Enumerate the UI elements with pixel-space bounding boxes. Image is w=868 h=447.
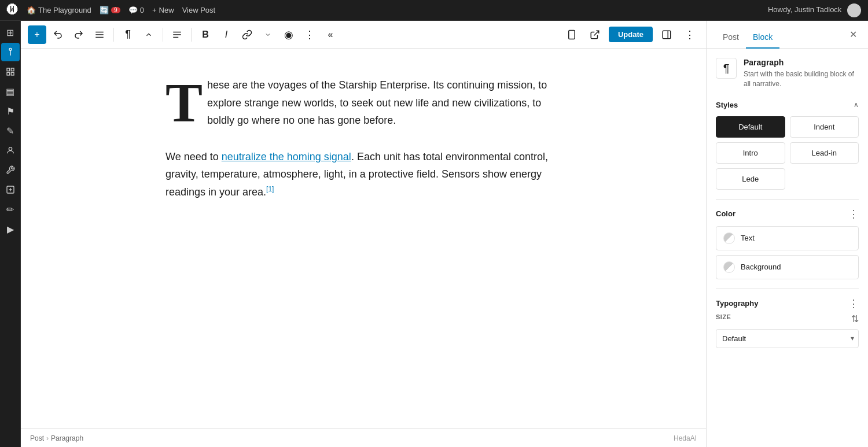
divider-2 xyxy=(716,289,859,289)
size-select-wrapper: Default Small Medium Large X-Large ▾ xyxy=(716,329,859,348)
link-button[interactable] xyxy=(238,25,256,44)
style-leadin-button[interactable]: Lead-in xyxy=(790,142,859,164)
tab-post[interactable]: Post xyxy=(716,27,746,49)
panel-close-button[interactable]: ✕ xyxy=(845,27,861,43)
color-section: Color ⋮ Text Background xyxy=(716,209,859,279)
style-indent-button[interactable]: Indent xyxy=(790,116,859,138)
typography-section: Typography ⋮ SIZE ⇅ Default Small Medium… xyxy=(716,298,859,348)
style-intro-button[interactable]: Intro xyxy=(716,142,785,164)
size-header: SIZE ⇅ xyxy=(716,313,859,324)
block-title: Paragraph xyxy=(744,58,859,67)
add-block-button[interactable]: + xyxy=(28,25,46,44)
sidebar-item-tools[interactable] xyxy=(1,161,20,179)
styles-section: Styles ∧ Default Indent Intro Lead-in Le… xyxy=(716,101,859,190)
background-color-item[interactable]: Background xyxy=(716,255,859,279)
block-info-text: Paragraph Start with the basic building … xyxy=(744,58,859,89)
divider-1 xyxy=(716,199,859,200)
bold-button[interactable]: B xyxy=(196,25,215,44)
main-layout: ⊞ ▤ ⚑ ✎ ✏ ▶ + xyxy=(0,21,868,447)
admin-bar: 🅦 🏠 The Playground 🔄 9 💬 0 + New View Po… xyxy=(0,0,868,21)
updates-link[interactable]: 🔄 9 xyxy=(100,6,120,14)
size-select[interactable]: Default Small Medium Large X-Large xyxy=(716,329,859,348)
panel-tabs: Post Block ✕ xyxy=(707,21,868,49)
drop-cap-paragraph[interactable]: T hese are the voyages of the Starship E… xyxy=(165,76,561,130)
block-info: ¶ Paragraph Start with the basic buildin… xyxy=(716,58,859,89)
undo-button[interactable] xyxy=(49,25,67,44)
editor-content[interactable]: T hese are the voyages of the Starship E… xyxy=(21,49,706,428)
sidebar-item-pin[interactable] xyxy=(1,43,20,61)
italic-button[interactable]: I xyxy=(217,25,236,44)
block-icon: ¶ xyxy=(716,58,737,79)
list-view-button[interactable] xyxy=(90,25,109,44)
sidebar-item-flag[interactable]: ⚑ xyxy=(1,102,20,120)
svg-point-6 xyxy=(9,147,12,150)
view-mobile-button[interactable] xyxy=(562,25,581,44)
color-button[interactable]: ◉ xyxy=(279,25,298,44)
wp-logo[interactable]: 🅦 xyxy=(7,3,19,17)
footnote-ref[interactable]: [1] xyxy=(266,185,274,193)
user-avatar xyxy=(847,3,861,17)
updates-icon: 🔄 xyxy=(100,6,109,14)
sidebar-item-blocks[interactable] xyxy=(1,62,20,81)
svg-rect-4 xyxy=(7,72,10,75)
panel-content: ¶ Paragraph Start with the basic buildin… xyxy=(707,49,868,447)
style-default-button[interactable]: Default xyxy=(716,116,785,138)
homing-signal-link[interactable]: neutralize the homing signal xyxy=(222,151,351,162)
paragraph2-before: We need to xyxy=(165,151,222,162)
svg-point-0 xyxy=(9,48,12,50)
admin-bar-left: 🅦 🏠 The Playground 🔄 9 💬 0 + New View Po… xyxy=(7,3,215,17)
align-button[interactable] xyxy=(168,25,186,44)
plus-icon: + xyxy=(152,6,157,14)
sidebar-item-plugins[interactable] xyxy=(1,180,20,199)
styles-title: Styles xyxy=(716,101,738,109)
sidebar-item-edit[interactable]: ✏ xyxy=(1,200,20,219)
sidebar-item-user[interactable] xyxy=(1,141,20,160)
color-title: Color xyxy=(716,209,735,218)
comments-link[interactable]: 💬 0 xyxy=(128,6,144,14)
size-adjust-icon[interactable]: ⇅ xyxy=(851,313,859,324)
more-options-button[interactable]: ⋮ xyxy=(300,25,319,44)
breadcrumb-post[interactable]: Post xyxy=(30,434,44,442)
redo-button[interactable] xyxy=(69,25,88,44)
status-bar: Post › Paragraph HedaAI xyxy=(21,428,706,447)
drop-cap-letter: T xyxy=(165,81,203,125)
color-more-button[interactable]: ⋮ xyxy=(848,209,859,219)
typography-header: Typography ⋮ xyxy=(716,298,859,309)
text-color-item[interactable]: Text xyxy=(716,226,859,250)
style-lede-button[interactable]: Lede xyxy=(716,168,785,190)
tab-block[interactable]: Block xyxy=(746,27,779,49)
sidebar-item-play[interactable]: ▶ xyxy=(1,220,20,238)
view-post-link[interactable]: View Post xyxy=(182,6,216,14)
more-rich-button[interactable] xyxy=(259,25,277,44)
size-label: SIZE xyxy=(716,313,731,320)
svg-rect-3 xyxy=(11,68,14,71)
update-button[interactable]: Update xyxy=(609,27,653,42)
toggle-sidebar-button[interactable] xyxy=(657,25,676,44)
new-content-link[interactable]: + New xyxy=(152,6,174,14)
preview-button[interactable] xyxy=(586,25,604,44)
paragraph1-text: hese are the voyages of the Starship Ent… xyxy=(207,79,547,126)
sidebar-item-media[interactable]: ▤ xyxy=(1,82,20,101)
site-name-link[interactable]: 🏠 The Playground xyxy=(27,6,91,14)
toolbar-separator-3 xyxy=(191,28,192,42)
style-buttons-grid: Default Indent Intro Lead-in Lede xyxy=(716,116,859,190)
content-inner: T hese are the voyages of the Starship E… xyxy=(138,76,589,401)
paragraph-style-button[interactable]: ¶ xyxy=(119,25,137,44)
toolbar-right: Update ⋮ xyxy=(562,25,699,44)
text-color-label: Text xyxy=(741,234,755,242)
editor-options-button[interactable]: ⋮ xyxy=(681,25,699,44)
normal-paragraph[interactable]: We need to neutralize the homing signal.… xyxy=(165,148,561,201)
breadcrumb-paragraph[interactable]: Paragraph xyxy=(51,434,83,442)
styles-collapse-button[interactable]: ∧ xyxy=(854,101,859,109)
right-panel: Post Block ✕ ¶ Paragraph Start with the … xyxy=(706,21,868,447)
svg-line-18 xyxy=(594,31,598,35)
sidebar-item-brush[interactable]: ✎ xyxy=(1,121,20,140)
toolbar-separator-2 xyxy=(163,28,163,42)
background-color-label: Background xyxy=(741,263,781,271)
block-controls-button[interactable] xyxy=(139,25,158,44)
sidebar-item-posts[interactable]: ⊞ xyxy=(1,23,20,42)
collapse-toolbar-button[interactable]: « xyxy=(321,25,340,44)
background-color-swatch xyxy=(723,261,735,273)
typography-more-button[interactable]: ⋮ xyxy=(848,298,859,309)
svg-rect-5 xyxy=(11,72,14,75)
